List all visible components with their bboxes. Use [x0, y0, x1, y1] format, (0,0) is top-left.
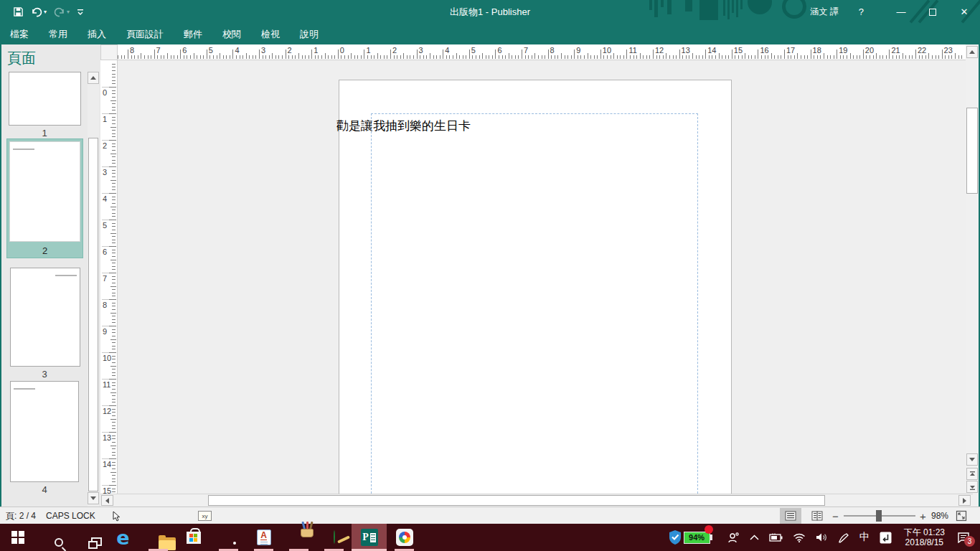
vertical-scrollbar[interactable]: [966, 44, 979, 507]
taskbar-button-chrome[interactable]: [211, 524, 246, 551]
ime-language-indicator[interactable]: 中: [859, 531, 870, 544]
page-thumbnail-3[interactable]: [10, 268, 80, 367]
page-thumbnail-2-selected[interactable]: 2: [6, 138, 83, 258]
up-arrow-icon: [90, 76, 96, 80]
taskbar-button-file-explorer[interactable]: [141, 524, 176, 551]
text-placeholder-line: [14, 388, 35, 390]
ribbon-tab-校閱[interactable]: 校閱: [212, 24, 251, 44]
ruler-tick-minor: [112, 475, 116, 476]
text-box-content[interactable]: 勸是讓我抽到樂的生日卡: [336, 118, 471, 134]
account-name[interactable]: 涵文 譚: [810, 6, 838, 18]
ribbon-tab-檢視[interactable]: 檢視: [251, 24, 290, 44]
ruler-tick-minor: [446, 55, 447, 59]
ribbon-tab-檔案[interactable]: 檔案: [0, 24, 39, 44]
down-arrow-icon: [969, 458, 975, 461]
start-icon: [11, 531, 24, 544]
scroll-right-button[interactable]: [958, 495, 971, 506]
taskbar-button-word-doc[interactable]: A: [246, 524, 281, 551]
undo-icon: [31, 7, 42, 17]
ruler-tick-minor: [295, 55, 296, 59]
undo-button[interactable]: ▾: [31, 7, 47, 17]
vertical-scrollbar-thumb[interactable]: [966, 108, 978, 194]
taskbar-button-art-tools[interactable]: [281, 524, 316, 551]
taskbar-button-start[interactable]: [0, 524, 35, 551]
ruler-tick-minor: [112, 425, 116, 426]
horizontal-scrollbar-thumb[interactable]: [208, 495, 825, 506]
close-button[interactable]: ✕: [948, 0, 980, 24]
ruler-tick-minor: [112, 183, 116, 184]
zoom-slider-thumb[interactable]: [876, 510, 882, 522]
page-indicator[interactable]: 頁: 2 / 4: [6, 507, 36, 524]
wifi-icon[interactable]: [793, 533, 806, 542]
battery-monitor-widget[interactable]: 94%: [668, 529, 712, 545]
page-thumbnail-1[interactable]: [9, 72, 81, 126]
action-center-button[interactable]: 3: [957, 532, 970, 543]
redo-button[interactable]: ▾: [54, 7, 70, 17]
ruler-tick-minor: [213, 55, 214, 59]
ruler-tick-minor: [745, 53, 745, 59]
scroll-left-button[interactable]: [101, 495, 113, 506]
ribbon-tab-說明[interactable]: 說明: [290, 24, 329, 44]
speaker-icon[interactable]: [816, 532, 828, 542]
taskbar-button-publisher[interactable]: P: [352, 524, 387, 551]
minimize-button[interactable]: —: [885, 0, 917, 24]
ruler-tick-minor: [502, 55, 503, 59]
page-thumbnail-4[interactable]: [10, 381, 79, 482]
fit-page-button[interactable]: [956, 507, 967, 524]
taskbar-button-photo-app[interactable]: [387, 524, 422, 551]
zoom-in-button[interactable]: +: [920, 507, 926, 524]
text-box-frame[interactable]: [371, 113, 698, 494]
object-position-indicator[interactable]: xy: [198, 507, 212, 524]
ruler-tick-minor: [112, 143, 116, 144]
taskbar-button-store[interactable]: [176, 524, 211, 551]
battery-icon[interactable]: [769, 533, 783, 542]
taskbar-button-photo-globe[interactable]: [316, 524, 352, 551]
next-page-button[interactable]: [966, 481, 978, 493]
publication-canvas[interactable]: 勸是讓我抽到樂的生日卡: [118, 60, 966, 494]
taskbar-button-search[interactable]: [35, 524, 70, 551]
zoom-out-button[interactable]: −: [832, 507, 839, 524]
show-hidden-icons-chevron[interactable]: [750, 534, 759, 540]
customize-qat-button[interactable]: [77, 9, 84, 16]
maximize-button[interactable]: [917, 0, 948, 24]
scroll-up-button[interactable]: [966, 46, 978, 58]
previous-page-button[interactable]: [966, 468, 978, 480]
taskbar-button-task-view[interactable]: [70, 524, 105, 551]
save-button[interactable]: [13, 6, 24, 17]
ribbon-tab-郵件[interactable]: 郵件: [174, 24, 212, 44]
zoom-percent[interactable]: 98%: [931, 507, 948, 524]
pages-scroll-down-button[interactable]: [88, 492, 99, 504]
windows-ink-pen-icon[interactable]: [838, 532, 849, 543]
ruler-tick-minor: [951, 55, 952, 59]
ruler-tick-minor: [112, 160, 116, 161]
pages-scroll-up-button[interactable]: [88, 72, 99, 84]
ruler-tick-minor: [857, 55, 857, 59]
ribbon-tab-插入[interactable]: 插入: [77, 24, 116, 44]
ime-mode-icon[interactable]: [880, 532, 892, 544]
taskbar-button-edge[interactable]: e: [105, 524, 141, 551]
ruler-tick-major: [109, 113, 116, 114]
taskbar-clock[interactable]: 下午 01:23 2018/8/15: [904, 527, 945, 547]
ruler-tick-minor: [666, 53, 666, 59]
ruler-tick-minor: [112, 336, 116, 336]
scroll-down-button[interactable]: [966, 453, 978, 466]
pages-scrollbar-thumb[interactable]: [88, 138, 98, 491]
two-page-view-button[interactable]: [806, 508, 828, 524]
ruler-tick-minor: [686, 55, 687, 59]
ribbon-tab-頁面設計[interactable]: 頁面設計: [116, 24, 174, 44]
ruler-tick-minor: [649, 55, 650, 59]
single-page-view-button[interactable]: [780, 508, 801, 524]
ruler-number: 4: [103, 194, 107, 203]
ruler-tick-minor: [482, 53, 483, 59]
ribbon-tab-常用[interactable]: 常用: [39, 24, 77, 44]
horizontal-scrollbar[interactable]: [100, 494, 973, 507]
undo-dropdown[interactable]: ▾: [44, 9, 47, 15]
redo-dropdown[interactable]: ▾: [67, 9, 70, 15]
ruler-number: 4: [235, 46, 239, 55]
ruler-tick-minor: [607, 55, 608, 59]
ruler-tick-major: [574, 50, 575, 59]
ruler-tick-minor: [236, 55, 237, 59]
help-button[interactable]: ?: [859, 6, 864, 17]
status-bar: 頁: 2 / 4 CAPS LOCK xy − + 98%: [0, 507, 980, 524]
people-icon[interactable]: [727, 532, 740, 544]
